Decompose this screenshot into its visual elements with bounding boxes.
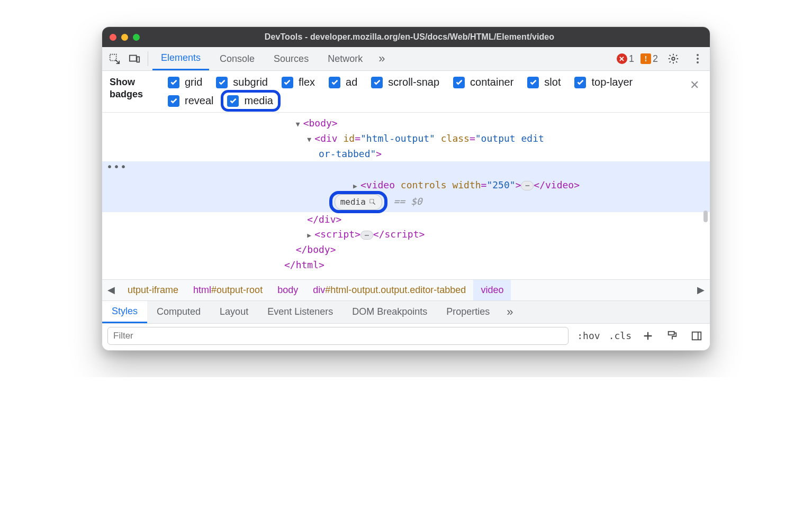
tab-sources[interactable]: Sources (265, 47, 317, 70)
computed-styles-sidebar-icon[interactable] (689, 328, 705, 344)
dom-tree[interactable]: ▼<body> ▼<div id="html-output" class="ou… (102, 113, 710, 279)
crumb-body[interactable]: body (270, 280, 305, 300)
subtab-styles[interactable]: Styles (102, 301, 147, 323)
row-actions-icon[interactable]: ••• (106, 161, 127, 172)
scrollbar-thumb[interactable] (703, 211, 708, 222)
badge-checkbox-top-layer[interactable]: top-layer (574, 76, 633, 88)
badge-checkbox-reveal[interactable]: reveal (168, 95, 213, 107)
dom-node-div-close[interactable]: </div> (102, 212, 710, 227)
window-title: DevTools - developer.mozilla.org/en-US/d… (151, 32, 667, 42)
svg-rect-2 (137, 57, 140, 62)
badge-checkbox-ad[interactable]: ad (329, 76, 357, 88)
inspect-element-icon[interactable] (105, 50, 123, 68)
checkbox-label: container (470, 76, 513, 88)
styles-toolbar: :hov .cls (102, 324, 710, 350)
subtab-properties[interactable]: Properties (437, 301, 499, 323)
breadcrumb-scroll-right[interactable]: ▶ (692, 284, 710, 296)
tab-elements[interactable]: Elements (152, 47, 209, 70)
crumb-video[interactable]: video (473, 280, 511, 300)
badge-checkbox-slot[interactable]: slot (527, 76, 561, 88)
breadcrumb-scroll-left[interactable]: ◀ (102, 284, 120, 296)
checkbox-icon (329, 77, 340, 88)
selected-node-indicator: == $0 (394, 196, 422, 207)
crumb-iframe[interactable]: utput-iframe (120, 280, 186, 300)
checkbox-icon (227, 95, 239, 107)
svg-rect-6 (692, 332, 701, 340)
checkbox-label: scroll-snap (388, 76, 439, 88)
warning-icon: ! (640, 53, 651, 64)
subtab-layout[interactable]: Layout (210, 301, 258, 323)
console-warnings-badge[interactable]: ! 2 (640, 53, 658, 65)
dom-node-div-open-cont[interactable]: or-tabbed"> (102, 147, 710, 162)
checkbox-icon (168, 95, 179, 107)
tabs-overflow-button[interactable]: » (373, 52, 390, 66)
subtab-dom-breakpoints[interactable]: DOM Breakpoints (342, 301, 437, 323)
checkbox-icon (168, 77, 179, 88)
settings-gear-icon[interactable] (664, 50, 682, 68)
dom-node-script[interactable]: ▶<script>⋯</script> (102, 227, 710, 242)
styles-filter-input[interactable] (107, 327, 569, 345)
badge-checkbox-subgrid[interactable]: subgrid (216, 76, 268, 88)
paint-format-icon[interactable] (664, 328, 680, 344)
close-badges-panel-icon[interactable]: ✕ (687, 74, 702, 96)
checkbox-label: slot (544, 76, 561, 88)
checkbox-icon (574, 77, 586, 88)
checkbox-label: grid (185, 76, 202, 88)
collapsed-children-icon[interactable]: ⋯ (360, 231, 373, 240)
checkbox-icon (371, 77, 383, 88)
badge-checkbox-scroll-snap[interactable]: scroll-snap (371, 76, 439, 88)
traffic-lights (110, 34, 140, 41)
tab-network[interactable]: Network (319, 47, 371, 70)
subtab-computed[interactable]: Computed (147, 301, 210, 323)
warning-count: 2 (653, 53, 658, 65)
toggle-cls-button[interactable]: .cls (609, 330, 631, 341)
svg-rect-5 (669, 332, 674, 335)
checkbox-label: subgrid (233, 76, 268, 88)
devtools-window: DevTools - developer.mozilla.org/en-US/d… (102, 26, 710, 351)
new-style-rule-icon[interactable] (640, 328, 656, 344)
checkbox-label: flex (299, 76, 315, 88)
checkbox-icon (216, 77, 228, 88)
badge-checkbox-media[interactable]: media (227, 95, 273, 107)
error-icon: ✕ (617, 53, 627, 64)
badge-checkbox-container[interactable]: container (453, 76, 513, 88)
dom-node-video-badge-row: media == $0 (102, 194, 710, 212)
window-titlebar: DevTools - developer.mozilla.org/en-US/d… (102, 27, 710, 47)
dom-node-video[interactable]: ••• ▶<video controls width="250">⋯</vide… (102, 161, 710, 194)
subtabs-overflow-button[interactable]: » (499, 305, 520, 319)
media-badge[interactable]: media (335, 194, 382, 210)
checkbox-label: top-layer (591, 76, 633, 88)
dom-breadcrumb: ◀ utput-iframe html#output-root body div… (102, 279, 710, 300)
badge-checkbox-list: gridsubgridflexadscroll-snapcontainerslo… (168, 74, 655, 107)
device-toolbar-icon[interactable] (125, 50, 143, 68)
checkbox-icon (453, 77, 465, 88)
svg-rect-1 (130, 56, 137, 61)
show-badges-panel: Show badges gridsubgridflexadscroll-snap… (102, 71, 710, 113)
checkbox-label: ad (346, 76, 357, 88)
close-window-button[interactable] (110, 34, 116, 41)
console-errors-badge[interactable]: ✕ 1 (617, 53, 634, 65)
badge-checkbox-grid[interactable]: grid (168, 76, 202, 88)
subtab-event-listeners[interactable]: Event Listeners (258, 301, 342, 323)
dom-node-body-open[interactable]: ▼<body> (102, 116, 710, 131)
checkbox-label: media (244, 95, 273, 107)
badge-checkbox-flex[interactable]: flex (282, 76, 315, 88)
minimize-window-button[interactable] (121, 34, 128, 41)
checkbox-icon (527, 77, 539, 88)
kebab-menu-icon[interactable] (689, 50, 707, 68)
checkbox-label: reveal (185, 95, 213, 107)
dom-node-html-close[interactable]: </html> (102, 258, 710, 273)
crumb-html[interactable]: html#output-root (186, 280, 270, 300)
devtools-tabstrip: Elements Console Sources Network » ✕ 1 !… (102, 47, 710, 71)
tab-console[interactable]: Console (211, 47, 263, 70)
dom-node-body-close[interactable]: </body> (102, 242, 710, 258)
error-count: 1 (629, 53, 634, 65)
toggle-hov-button[interactable]: :hov (577, 330, 600, 341)
styles-subtabs: Styles Computed Layout Event Listeners D… (102, 300, 710, 324)
dom-node-div-open[interactable]: ▼<div id="html-output" class="output edi… (102, 131, 710, 147)
zoom-window-button[interactable] (133, 34, 140, 41)
crumb-div[interactable]: div#html-output.output.editor-tabbed (305, 280, 473, 300)
collapsed-children-icon[interactable]: ⋯ (521, 181, 534, 190)
checkbox-icon (282, 77, 293, 88)
svg-point-3 (672, 57, 675, 60)
